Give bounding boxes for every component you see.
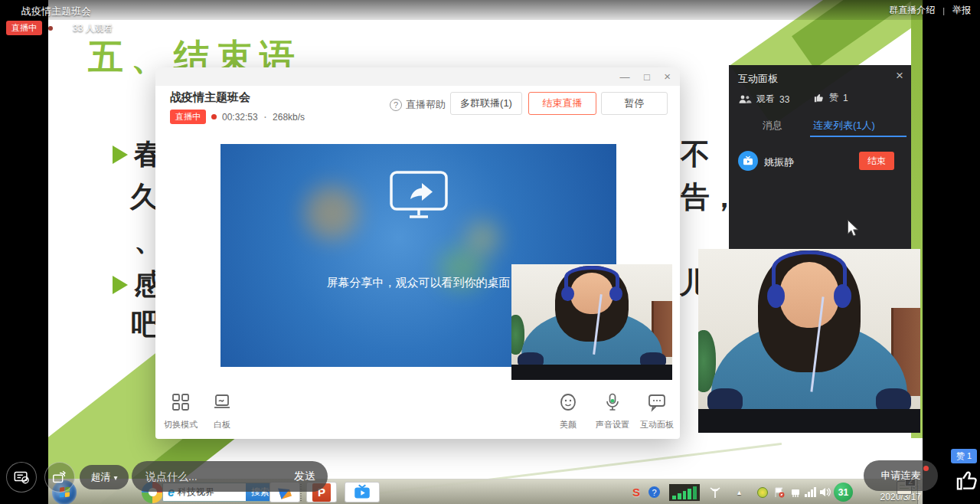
viewer-stream-title: 战疫情主题班会 bbox=[21, 5, 91, 18]
multi-group-cast-button[interactable]: 多群联播(1) bbox=[450, 92, 522, 115]
pause-button[interactable]: 暂停 bbox=[601, 92, 668, 115]
presenter-webcam-inset bbox=[511, 264, 672, 380]
request-mic-button[interactable]: 申请连麦 bbox=[864, 460, 938, 491]
desk bbox=[511, 365, 672, 380]
tray-volume[interactable] bbox=[818, 479, 831, 504]
interaction-panel-label: 互动面板 bbox=[630, 419, 684, 430]
signal-bars-icon bbox=[805, 487, 816, 497]
member-name: 姚振静 bbox=[764, 155, 794, 169]
shield-icon bbox=[757, 487, 768, 498]
chat-bubble-icon bbox=[647, 392, 667, 412]
member-avatar bbox=[738, 151, 758, 171]
rotate-icon bbox=[51, 469, 68, 486]
slide-text-fragment: 不 bbox=[681, 135, 710, 174]
minimize-button[interactable]: — bbox=[619, 71, 629, 83]
taskbar-app-live[interactable] bbox=[345, 479, 380, 504]
speaker-icon bbox=[818, 486, 831, 499]
desk bbox=[698, 409, 920, 433]
headphone-band-icon bbox=[564, 266, 619, 289]
watch-count: 33 bbox=[779, 94, 789, 105]
headphone-earcup-icon bbox=[561, 286, 574, 302]
panel-like-label: 赞 bbox=[829, 91, 838, 104]
tray-action-center[interactable] bbox=[773, 479, 786, 504]
quality-selector[interactable]: 超清 ▾ bbox=[80, 465, 129, 489]
whiteboard-button[interactable]: 白板 bbox=[195, 392, 249, 430]
report-link[interactable]: 举报 bbox=[952, 4, 971, 17]
stream-bitrate: 268kb/s bbox=[273, 112, 305, 123]
ethernet-icon bbox=[789, 486, 802, 499]
slide-bullet-icon bbox=[113, 146, 128, 164]
viewers-icon bbox=[738, 94, 752, 104]
group-intro-link[interactable]: 群直播介绍 bbox=[889, 4, 935, 17]
calendar-day-badge: 31 bbox=[838, 487, 848, 498]
tray-security[interactable] bbox=[757, 479, 768, 504]
tray-antenna[interactable] bbox=[708, 479, 722, 504]
sogou-icon: S bbox=[632, 486, 640, 499]
panel-title: 互动面板 bbox=[738, 72, 778, 86]
smiley-icon bbox=[558, 392, 578, 412]
tray-sogou[interactable]: S bbox=[632, 479, 640, 504]
tv-play-icon bbox=[352, 483, 372, 502]
mic-list-item: 姚振静 结束 bbox=[738, 149, 902, 172]
grid-icon bbox=[171, 392, 191, 412]
headphone-band-icon bbox=[772, 250, 848, 287]
like-button[interactable] bbox=[954, 466, 980, 498]
tray-help[interactable]: ? bbox=[648, 479, 660, 504]
tray-network[interactable] bbox=[789, 479, 802, 504]
caret-down-icon: ▾ bbox=[113, 473, 117, 482]
headphone-earcup-icon bbox=[609, 286, 622, 302]
viewer-top-bar: 战疫情主题班会 群直播介绍 | 举报 bbox=[0, 0, 980, 20]
interaction-panel: 互动面板 × 观看 33 赞 1 消息 连麦列表(1人) 姚振静 结束 bbox=[729, 65, 911, 249]
clock-date: 2020/3/17 bbox=[861, 493, 921, 502]
tray-show-hidden[interactable]: ▴ bbox=[737, 479, 741, 504]
live-status-badge: 直播中 bbox=[170, 110, 206, 124]
recording-dot-icon bbox=[211, 114, 217, 119]
antenna-icon bbox=[708, 486, 722, 499]
danmaku-toggle-button[interactable] bbox=[6, 462, 37, 493]
slide-bullet-icon bbox=[113, 276, 128, 294]
wallpaper-blob bbox=[305, 186, 358, 240]
headphone-earcup-icon bbox=[834, 284, 851, 308]
flag-icon bbox=[773, 486, 786, 499]
notification-dot-icon bbox=[923, 466, 929, 471]
whiteboard-label: 白板 bbox=[195, 419, 249, 430]
presenter-webcam-large bbox=[698, 249, 920, 433]
rotate-screen-button[interactable] bbox=[44, 462, 75, 493]
end-live-button[interactable]: 结束直播 bbox=[528, 92, 596, 115]
tab-messages[interactable]: 消息 bbox=[763, 119, 782, 133]
viewer-count: 33 人观看 bbox=[73, 22, 113, 35]
viewers-icon bbox=[54, 24, 68, 34]
window-titlebar: — □ × bbox=[155, 67, 680, 86]
interaction-panel-button[interactable]: 互动面板 bbox=[630, 392, 684, 430]
send-button[interactable]: 发送 bbox=[294, 470, 315, 483]
maximize-button[interactable]: □ bbox=[644, 71, 650, 83]
stream-title: 战疫情主题班会 bbox=[170, 90, 250, 105]
headphone-earcup-icon bbox=[767, 284, 785, 308]
screen-share-icon bbox=[389, 170, 449, 224]
wallpaper-blob bbox=[466, 221, 500, 255]
tv-play-icon bbox=[742, 155, 754, 167]
help-label: 直播帮助 bbox=[406, 98, 446, 112]
panel-close-icon[interactable]: × bbox=[896, 68, 903, 83]
chat-input[interactable] bbox=[144, 470, 274, 483]
status-dot-icon bbox=[48, 26, 53, 31]
tray-net-meter[interactable] bbox=[669, 479, 700, 504]
active-tab-underline bbox=[810, 136, 906, 137]
thumbs-up-icon bbox=[954, 466, 980, 495]
tab-mic-list[interactable]: 连麦列表(1人) bbox=[813, 119, 875, 133]
close-button[interactable]: × bbox=[664, 70, 671, 83]
watch-label: 观看 bbox=[756, 93, 775, 106]
traffic-bars-icon bbox=[669, 484, 700, 501]
dot-separator: · bbox=[263, 110, 267, 124]
tray-calendar-app[interactable]: 31 bbox=[834, 479, 853, 504]
tray-signal[interactable] bbox=[805, 479, 816, 504]
mouse-cursor bbox=[847, 219, 860, 241]
like-count-badge: 赞 1 bbox=[951, 449, 977, 463]
end-mic-button[interactable]: 结束 bbox=[859, 152, 894, 170]
divider: | bbox=[942, 6, 945, 15]
stream-duration: 00:32:53 bbox=[222, 112, 258, 123]
live-help-link[interactable]: ? 直播帮助 bbox=[390, 98, 446, 112]
screen: 五、结束语 春 久 、 感 吧 不 告， 儿 bbox=[0, 0, 980, 504]
whiteboard-icon bbox=[212, 392, 232, 412]
panel-like-count: 1 bbox=[843, 93, 848, 103]
